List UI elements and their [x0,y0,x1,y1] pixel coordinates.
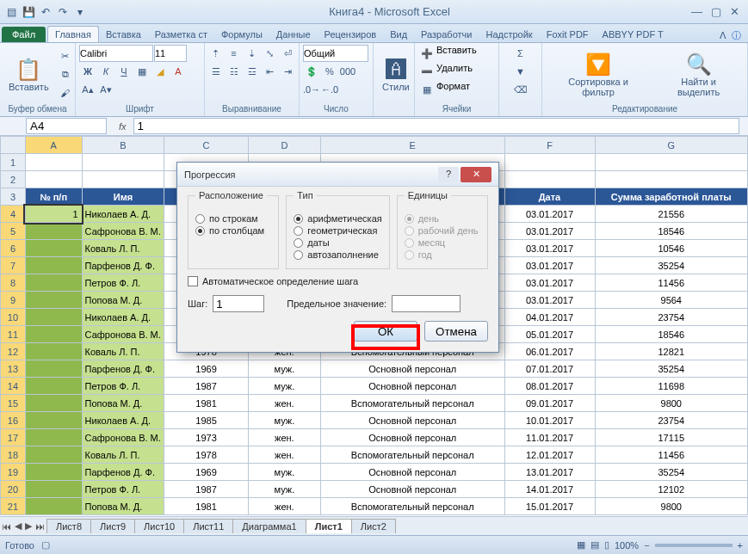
row-header-10[interactable]: 10 [1,309,26,326]
sheet-tab-Лист1[interactable]: Лист1 [306,519,352,533]
cell-A20[interactable] [25,481,82,498]
cell-F9[interactable]: 03.01.2017 [504,292,595,309]
row-header-16[interactable]: 16 [1,412,26,429]
indent-dec-icon[interactable]: ⇤ [262,63,279,80]
cell-B20[interactable]: Петров Ф. Л. [82,481,164,498]
qat-more-icon[interactable]: ▾ [72,4,88,20]
zoom-slider[interactable] [655,544,733,547]
cell-G16[interactable]: 23754 [595,412,747,429]
align-top-icon[interactable]: ⇡ [207,45,225,62]
redo-icon[interactable]: ↷ [55,4,71,20]
radio-by-rows[interactable]: по строкам [195,213,271,224]
font-name-select[interactable] [79,45,153,62]
cell-F4[interactable]: 03.01.2017 [504,206,595,223]
row-header-6[interactable]: 6 [1,240,26,257]
cell-C13[interactable]: 1969 [164,360,248,378]
row-header-17[interactable]: 17 [1,429,26,446]
cell-A14[interactable] [25,378,82,395]
cell-F20[interactable]: 14.01.2017 [504,481,595,498]
sheet-tab-Лист9[interactable]: Лист9 [90,519,135,533]
radio-geom[interactable]: геометрическая [294,225,381,236]
row-header-4[interactable]: 4 [1,206,26,223]
view-layout-icon[interactable]: ▤ [590,539,599,551]
row-header-18[interactable]: 18 [1,446,26,464]
cell-F10[interactable]: 04.01.2017 [504,309,595,326]
percent-icon[interactable]: % [321,63,338,80]
cell-F19[interactable]: 13.01.2017 [504,464,595,481]
col-header-F[interactable]: F [504,137,595,154]
cell-B11[interactable]: Сафронова В. М. [82,326,164,343]
tab-home[interactable]: Главная [47,26,99,42]
close-button[interactable]: ✕ [730,5,739,18]
cell-B9[interactable]: Попова М. Д. [82,292,164,309]
cell-F18[interactable]: 12.01.2017 [504,446,595,464]
cell-E17[interactable]: Основной персонал [320,429,504,446]
number-format-select[interactable] [303,45,368,62]
col-header-C[interactable]: C [164,137,248,154]
tab-view[interactable]: Вид [383,27,414,42]
shrink-font-icon[interactable]: A▾ [97,81,114,98]
tab-layout[interactable]: Разметка ст [148,27,214,42]
cell-E16[interactable]: Основной персонал [320,412,504,429]
cell-B5[interactable]: Сафронова В. М. [82,223,164,240]
font-size-select[interactable] [154,45,187,62]
autosum-icon[interactable]: Σ [512,45,529,62]
align-mid-icon[interactable]: ≡ [226,45,243,62]
cell-F15[interactable]: 09.01.2017 [504,395,595,412]
tab-developer[interactable]: Разработчи [414,27,479,42]
row-header-15[interactable]: 15 [1,395,26,412]
cell-G6[interactable]: 10546 [595,240,747,257]
view-normal-icon[interactable]: ▦ [577,539,585,551]
sheet-nav-first-icon[interactable]: ⏮ [0,521,13,532]
zoom-level[interactable]: 100% [615,540,639,551]
cell-C21[interactable]: 1981 [164,498,248,515]
cell-B15[interactable]: Попова М. Д. [82,395,164,412]
save-icon[interactable]: 💾 [21,4,36,20]
dialog-close-button[interactable]: ✕ [461,167,491,182]
sheet-tab-Лист11[interactable]: Лист11 [183,519,233,533]
cell-F6[interactable]: 03.01.2017 [504,240,595,257]
currency-icon[interactable]: 💲 [303,63,320,80]
cell-D14[interactable]: муж. [248,378,320,395]
zoom-out-button[interactable]: − [644,540,649,551]
cell-G18[interactable]: 11456 [595,446,747,464]
cell-B4[interactable]: Николаев А. Д. [82,206,164,223]
cell-C15[interactable]: 1981 [164,395,248,412]
cell-C17[interactable]: 1973 [164,429,248,446]
cell-D18[interactable]: жен. [248,446,320,464]
row-header-12[interactable]: 12 [1,343,26,360]
sheet-tab-Лист10[interactable]: Лист10 [134,519,184,533]
cell-F21[interactable]: 15.01.2017 [504,498,595,515]
cell-C19[interactable]: 1969 [164,464,248,481]
row-header-13[interactable]: 13 [1,360,26,378]
formula-input[interactable] [133,118,739,134]
ok-button[interactable]: ОК [354,321,417,342]
tab-data[interactable]: Данные [269,27,318,42]
cell-D13[interactable]: муж. [248,360,320,378]
cell-G4[interactable]: 21556 [595,206,747,223]
row-header-19[interactable]: 19 [1,464,26,481]
radio-dates[interactable]: даты [294,237,381,248]
cell-A15[interactable] [25,395,82,412]
cell-D20[interactable]: муж. [248,481,320,498]
cell-C16[interactable]: 1985 [164,412,248,429]
dec-decimal-icon[interactable]: ←.0 [321,81,338,98]
cell-F12[interactable]: 06.01.2017 [504,343,595,360]
fx-icon[interactable]: fx [112,121,133,132]
col-header-A[interactable]: A [25,137,82,154]
cell-E13[interactable]: Основной персонал [320,360,504,378]
cell-F16[interactable]: 10.01.2017 [504,412,595,429]
cell-D17[interactable]: жен. [248,429,320,446]
name-box[interactable] [26,118,107,134]
row-header-21[interactable]: 21 [1,498,26,515]
cell-B6[interactable]: Коваль Л. П. [82,240,164,257]
fill-color-button[interactable]: ◢ [151,63,169,80]
cell-A11[interactable] [25,326,82,343]
cell-D16[interactable]: муж. [248,412,320,429]
sheet-nav-prev-icon[interactable]: ◀ [13,520,23,532]
cell-G19[interactable]: 35254 [595,464,747,481]
sheet-tab-Диаграмма1[interactable]: Диаграмма1 [232,519,306,533]
sheet-tab-Лист2[interactable]: Лист2 [351,519,396,533]
underline-button[interactable]: Ч [115,63,133,80]
row-header-8[interactable]: 8 [1,274,26,292]
